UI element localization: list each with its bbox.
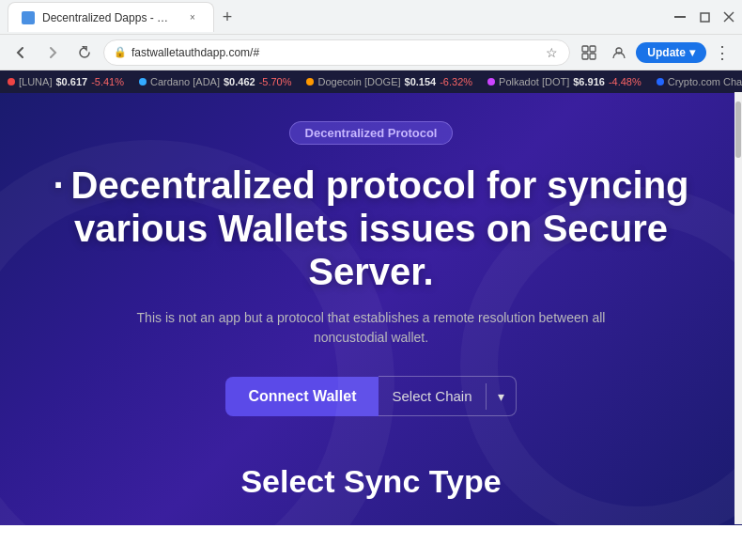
- browser-titlebar: Decentralized Dapps - We are u... × +: [0, 0, 742, 35]
- ticker-price: $6.916: [573, 76, 605, 87]
- ticker-bar: [LUNA] $0.617 -5.41% Cardano [ADA] $0.46…: [0, 70, 742, 93]
- svg-rect-4: [582, 46, 588, 52]
- bullet-point: ·: [53, 164, 63, 206]
- ticker-name: Polkadot [DOT]: [499, 76, 569, 87]
- maximize-button[interactable]: [699, 11, 710, 23]
- ticker-dot: [306, 78, 314, 86]
- extensions-icon[interactable]: [576, 39, 602, 66]
- ticker-dot: [8, 78, 15, 86]
- ticker-item-luna: [LUNA] $0.617 -5.41%: [8, 76, 124, 87]
- ticker-item-doge: Dogecoin [DOGE] $0.154 -6.32%: [306, 76, 472, 87]
- update-chevron: ▾: [689, 46, 695, 59]
- sub-description: This is not an app but a protocol that e…: [108, 308, 634, 348]
- scrollbar-thumb[interactable]: [735, 101, 741, 158]
- ticker-price: $0.154: [405, 76, 437, 87]
- ticker-price: $0.462: [224, 76, 255, 87]
- ticker-price: $0.617: [55, 76, 87, 87]
- tab-title: Decentralized Dapps - We are u...: [42, 11, 178, 24]
- menu-button[interactable]: ⋮: [710, 42, 734, 63]
- decentralized-protocol-badge: Decentralized Protocol: [289, 121, 454, 145]
- ticker-item-cro: Crypto.com Chain [CR: [657, 76, 742, 87]
- svg-rect-1: [701, 13, 709, 22]
- connect-wallet-button[interactable]: Connect Wallet: [225, 377, 379, 416]
- tab-favicon: [22, 11, 35, 24]
- cta-row: Connect Wallet Select Chain ▾: [225, 376, 516, 416]
- tab-close-button[interactable]: ×: [185, 10, 200, 25]
- address-bar-wrapper[interactable]: 🔒 fastwalletauthdapp.com/# ☆: [103, 39, 570, 66]
- main-heading: ·Decentralized protocol for syncing vari…: [33, 163, 709, 293]
- svg-rect-0: [674, 16, 686, 18]
- ticker-name: Crypto.com Chain [CR: [668, 76, 742, 87]
- window-controls: [674, 11, 734, 23]
- profile-icon[interactable]: [606, 39, 632, 66]
- svg-rect-7: [590, 54, 595, 59]
- ticker-change: -5.70%: [259, 76, 292, 87]
- select-chain-group[interactable]: Select Chain ▾: [379, 376, 516, 416]
- select-chain-label: Select Chain: [379, 377, 485, 415]
- update-button[interactable]: Update ▾: [636, 42, 706, 63]
- refresh-button[interactable]: [71, 39, 98, 66]
- page-main-content: Decentralized Protocol ·Decentralized pr…: [0, 93, 742, 525]
- update-label: Update: [647, 46, 686, 59]
- ticker-name: Dogecoin [DOGE]: [317, 76, 400, 87]
- bookmark-icon[interactable]: ☆: [546, 45, 558, 60]
- address-bar-row: 🔒 fastwalletauthdapp.com/# ☆ Update ▾ ⋮: [0, 35, 742, 70]
- active-tab[interactable]: Decentralized Dapps - We are u... ×: [8, 2, 214, 32]
- ticker-dot: [139, 78, 147, 86]
- ticker-dot: [657, 78, 664, 86]
- scrollbar[interactable]: [734, 92, 742, 524]
- ticker-change: -4.48%: [609, 76, 642, 87]
- back-button[interactable]: [8, 39, 34, 66]
- lock-icon: 🔒: [114, 46, 127, 58]
- ticker-dot: [487, 78, 495, 86]
- svg-rect-6: [582, 54, 588, 59]
- new-tab-button[interactable]: +: [214, 4, 240, 30]
- ticker-item-ada: Cardano [ADA] $0.462 -5.70%: [139, 76, 292, 87]
- minimize-button[interactable]: [674, 11, 686, 23]
- heading-text: Decentralized protocol for syncing vario…: [71, 164, 689, 292]
- forward-button[interactable]: [39, 39, 66, 66]
- ticker-name: Cardano [ADA]: [150, 76, 220, 87]
- toolbar-right: Update ▾ ⋮: [576, 39, 734, 66]
- close-button[interactable]: [723, 11, 734, 23]
- ticker-item-dot: Polkadot [DOT] $6.916 -4.48%: [487, 76, 642, 87]
- url-text: fastwalletauthdapp.com/#: [131, 46, 546, 59]
- ticker-change: -5.41%: [91, 76, 124, 87]
- chain-dropdown-arrow[interactable]: ▾: [487, 380, 516, 413]
- ticker-name: [LUNA]: [19, 76, 52, 87]
- svg-rect-5: [590, 46, 595, 52]
- ticker-change: -6.32%: [440, 76, 472, 87]
- select-sync-type-heading: Select Sync Type: [240, 463, 501, 500]
